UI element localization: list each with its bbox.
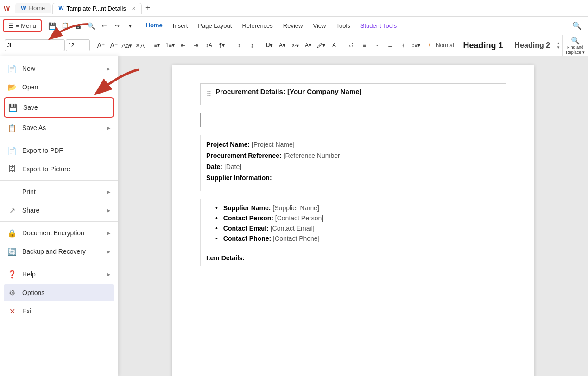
redo-dropdown[interactable]: ▾ bbox=[124, 20, 136, 32]
para-mark-btn[interactable]: ¶▾ bbox=[216, 39, 228, 51]
font-size-group: A⁺ A⁻ Aa▾ ✕A bbox=[93, 39, 148, 51]
menu-page-layout[interactable]: Page Layout bbox=[193, 20, 236, 31]
supplier-list-section: • Supplier Name: [Supplier Name] • Conta… bbox=[200, 199, 506, 250]
menu-review[interactable]: Review bbox=[278, 20, 308, 31]
style-heading2[interactable]: Heading 2 bbox=[509, 40, 556, 50]
save-as-arrow: ▶ bbox=[107, 125, 110, 131]
menu-tools[interactable]: Tools bbox=[331, 20, 354, 31]
menu-item-print[interactable]: 🖨 Print ▶ bbox=[0, 182, 118, 201]
clear-format-btn[interactable]: ✕A bbox=[134, 39, 146, 51]
font-shrink-btn[interactable]: A⁻ bbox=[108, 39, 120, 51]
menu-item-export-picture[interactable]: 🖼 Export to Picture bbox=[0, 160, 118, 178]
menu-item-share[interactable]: ↗ Share ▶ bbox=[0, 201, 118, 219]
menu-item-help[interactable]: ❓ Help ▶ bbox=[0, 265, 118, 283]
style-arrow-up[interactable]: ▲ bbox=[556, 41, 560, 45]
menu-item-export-pdf[interactable]: 📄 Export to PDF bbox=[0, 141, 118, 160]
menu-view[interactable]: View bbox=[308, 20, 330, 31]
date-label: Date: bbox=[206, 163, 222, 170]
empty-input-field[interactable] bbox=[200, 113, 506, 127]
supplier-name-label: Supplier Name: bbox=[223, 204, 271, 212]
menu-references[interactable]: References bbox=[237, 20, 277, 31]
options-label: Options bbox=[22, 289, 44, 296]
align-left-btn[interactable]: ⫝̸ bbox=[345, 39, 357, 51]
date-value: [Date] bbox=[224, 163, 241, 170]
menu-item-doc-encryption[interactable]: 🔒 Document Encryption ▶ bbox=[0, 224, 118, 242]
menu-references-label: References bbox=[242, 22, 272, 29]
justify-btn[interactable]: ⫠ bbox=[384, 39, 396, 51]
style-normal[interactable]: Normal bbox=[432, 41, 458, 50]
style-arrow-down[interactable]: ▼ bbox=[556, 45, 560, 50]
align-right-btn[interactable]: ⫞ bbox=[371, 39, 383, 51]
toolbar-icon-1[interactable]: 💾 bbox=[46, 20, 58, 32]
styles-area: Normal Heading 1 Heading 2 ▲ ▼ bbox=[430, 35, 562, 56]
font-name-input[interactable] bbox=[5, 39, 65, 51]
export-pdf-icon: 📄 bbox=[7, 146, 17, 155]
font-grow-btn[interactable]: A⁺ bbox=[95, 39, 107, 51]
tab-template-icon: W bbox=[58, 5, 63, 12]
font-size-input[interactable] bbox=[66, 39, 90, 51]
char-border-btn[interactable]: A bbox=[328, 39, 340, 51]
tab-close-icon[interactable]: ✕ bbox=[132, 6, 136, 12]
drag-handle-icon[interactable]: ⠿ bbox=[206, 90, 212, 99]
find-replace-button[interactable]: 🔍 Find andReplace ▾ bbox=[562, 35, 588, 56]
font-color-btn[interactable]: A▾ bbox=[276, 39, 288, 51]
menu-view-label: View bbox=[313, 22, 326, 29]
para-align-btn[interactable]: ↕≡▾ bbox=[410, 39, 422, 51]
bullet-4: • bbox=[215, 235, 218, 242]
menu-home[interactable]: Home bbox=[141, 20, 167, 31]
toolbar-icon-2[interactable]: 📋 bbox=[59, 20, 71, 32]
supplier-info-row: Supplier Information: bbox=[206, 174, 500, 182]
new-tab-button[interactable]: + bbox=[145, 3, 151, 13]
list-btn[interactable]: ≡▾ bbox=[151, 39, 163, 51]
project-name-label: Project Name: bbox=[206, 141, 250, 148]
redo-btn[interactable]: ↪ bbox=[111, 20, 123, 32]
superscript-btn[interactable]: X²▾ bbox=[289, 39, 301, 51]
menu-item-exit[interactable]: ✕ Exit bbox=[0, 302, 118, 320]
tab-home[interactable]: W Home bbox=[15, 3, 51, 13]
tab-home-icon: W bbox=[21, 5, 26, 12]
options-icon: ⚙ bbox=[7, 288, 17, 297]
para-spacing-btn[interactable]: ↨ bbox=[246, 39, 258, 51]
search-button[interactable]: 🔍 bbox=[569, 19, 585, 32]
menu-item-options[interactable]: ⚙ Options bbox=[4, 284, 114, 301]
style-heading1[interactable]: Heading 1 bbox=[458, 40, 509, 51]
toolbar-icon-3[interactable]: 🖨 bbox=[72, 20, 84, 32]
exit-label: Exit bbox=[22, 307, 33, 315]
dist-align-btn[interactable]: ⫳ bbox=[397, 39, 409, 51]
line-spacing-btn[interactable]: ↕ bbox=[233, 39, 245, 51]
sort-btn[interactable]: ↕A bbox=[203, 39, 215, 51]
bold-btn[interactable]: U▾ bbox=[263, 39, 275, 51]
backup-recovery-icon: 🔄 bbox=[7, 247, 17, 256]
menu-item-save[interactable]: 💾 Save bbox=[4, 97, 114, 118]
toolbar-main: A⁺ A⁻ Aa▾ ✕A ≡▾ 1≡▾ ⇤ ⇥ ↕A ¶▾ ↕ ↨ U▾ A▾ … bbox=[0, 35, 430, 56]
procurement-ref-value: [Reference Number] bbox=[284, 152, 342, 159]
indent-btn[interactable]: ⇥ bbox=[190, 39, 202, 51]
project-name-value: [Project Name] bbox=[252, 141, 295, 148]
menu-home-label: Home bbox=[146, 22, 163, 29]
tab-template[interactable]: W Tamplate P...nt Details ✕ bbox=[52, 3, 142, 14]
menu-item-new[interactable]: 📄 New ▶ bbox=[0, 59, 118, 78]
undo-btn[interactable]: ↩ bbox=[98, 20, 110, 32]
style-arrows[interactable]: ▲ ▼ bbox=[556, 41, 560, 50]
list-item-contact-person: • Contact Person: [Contact Person] bbox=[215, 214, 500, 222]
menu-button[interactable]: ☰ ≡ Menu bbox=[3, 19, 42, 32]
menu-item-open[interactable]: 📂 Open bbox=[0, 78, 118, 96]
toolbar-icon-4[interactable]: 🔍 bbox=[85, 20, 97, 32]
font-case-btn[interactable]: Aa▾ bbox=[121, 39, 133, 51]
numbered-list-btn[interactable]: 1≡▾ bbox=[164, 39, 176, 51]
menu-insert[interactable]: Insert bbox=[168, 20, 193, 31]
save-label: Save bbox=[23, 104, 38, 111]
new-icon: 📄 bbox=[7, 64, 17, 73]
menu-item-save-as[interactable]: 📋 Save As ▶ bbox=[0, 119, 118, 137]
menu-item-backup-recovery[interactable]: 🔄 Backup and Recovery ▶ bbox=[0, 242, 118, 261]
align-center-btn[interactable]: ≡ bbox=[358, 39, 370, 51]
menu-student-tools[interactable]: Student Tools bbox=[356, 20, 402, 31]
supplier-name-value: [Supplier Name] bbox=[272, 204, 319, 212]
text-highlight-btn[interactable]: A▾ bbox=[302, 39, 314, 51]
menu-tools-label: Tools bbox=[336, 22, 350, 29]
share-icon: ↗ bbox=[7, 206, 17, 215]
print-label: Print bbox=[22, 188, 36, 195]
find-replace-icon: 🔍 bbox=[571, 36, 580, 45]
highlight-color-btn[interactable]: 🖊▾ bbox=[315, 39, 327, 51]
outdent-btn[interactable]: ⇤ bbox=[177, 39, 189, 51]
